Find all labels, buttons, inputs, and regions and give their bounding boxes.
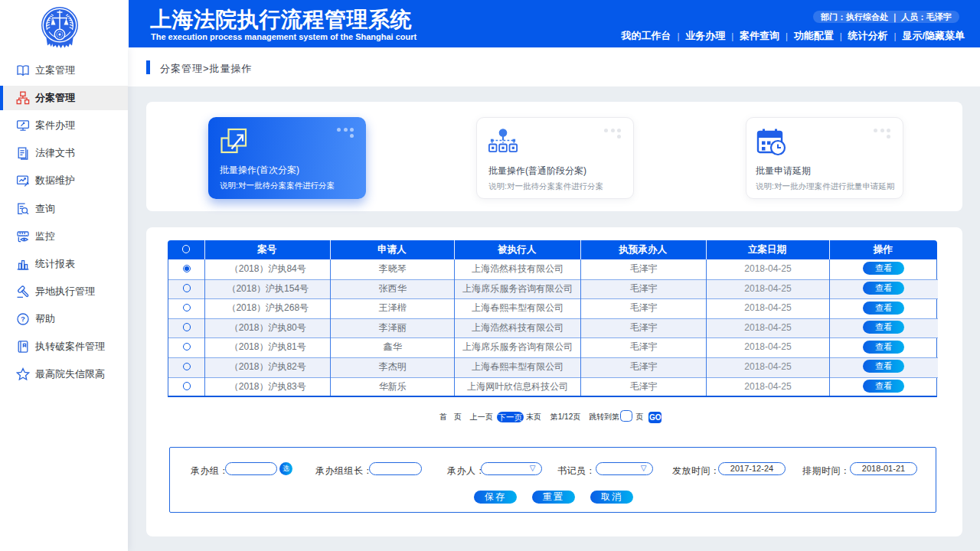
svg-text:?: ? xyxy=(21,315,25,323)
